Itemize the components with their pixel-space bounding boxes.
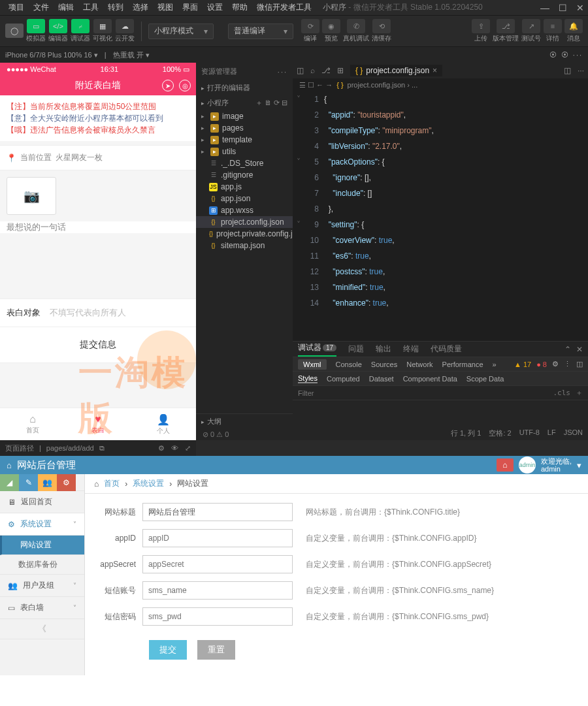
real-button[interactable]: ✆ — [347, 19, 365, 33]
tree-sitemap.json[interactable]: {}sitemap.json — [196, 240, 293, 251]
compile-button[interactable]: ⟳ — [301, 19, 319, 33]
eol[interactable]: LF — [547, 428, 556, 438]
devtool-Wxml[interactable]: Wxml — [298, 359, 327, 370]
message-field[interactable]: 最想说的一句话 — [0, 221, 196, 233]
collapse-icon[interactable]: ⌃ — [564, 345, 571, 354]
chevron-down-icon[interactable]: ▾ — [577, 460, 581, 470]
more-icon[interactable]: ··· — [578, 66, 584, 75]
layout-icon[interactable]: ◫ — [297, 66, 304, 75]
debug-tab-问题[interactable]: 问题 — [348, 344, 364, 355]
action-1[interactable]: ◢ — [0, 474, 19, 491]
eye-icon[interactable]: 👁 — [171, 444, 178, 453]
compile-select[interactable]: 普通编译 — [228, 24, 293, 39]
editor-tab[interactable]: { } project.config.json × — [350, 65, 442, 76]
target-icon[interactable]: ◎ — [179, 80, 191, 91]
menu-视图[interactable]: 视图 — [153, 2, 178, 13]
sidebar-users[interactable]: 👥用户及组˅ — [0, 575, 84, 597]
devtool-Sources[interactable]: Sources — [371, 361, 397, 368]
hot-reload[interactable]: 热重载 开 ▾ — [113, 50, 150, 60]
ext-icon[interactable]: ⊞ — [337, 66, 344, 75]
version-button[interactable]: ⎇ — [497, 19, 515, 33]
menu-转到[interactable]: 转到 — [103, 2, 128, 13]
more-icon[interactable]: ··· — [278, 68, 287, 76]
menu-帮助[interactable]: 帮助 — [227, 2, 252, 13]
tree-app.json[interactable]: {}app.json — [196, 193, 293, 204]
cursor-pos[interactable]: 行 1, 列 1 — [451, 428, 481, 438]
form-input-短信密码[interactable] — [142, 607, 293, 626]
upload-button[interactable]: ⇪ — [472, 19, 490, 33]
bookmark-icon[interactable]: ☰ ☐ ← → — [299, 81, 333, 89]
tree-app.wxss[interactable]: ⊞app.wxss — [196, 204, 293, 216]
err-count[interactable]: ● 8 — [536, 361, 547, 368]
form-input-短信账号[interactable] — [142, 581, 293, 600]
devtool-Performance[interactable]: Performance — [442, 361, 483, 368]
debug-tab-代码质量[interactable]: 代码质量 — [431, 344, 462, 355]
copy-icon[interactable]: ⧉ — [99, 444, 105, 453]
indent[interactable]: 空格: 2 — [489, 428, 511, 438]
close-icon[interactable]: ✕ — [576, 345, 583, 354]
device-select[interactable]: iPhone 6/7/8 Plus 100% 16 ▾ — [5, 51, 98, 59]
tree-utils[interactable]: ▸utils — [196, 146, 293, 157]
simulator-button[interactable]: ▭ — [27, 19, 45, 33]
close-tab-icon[interactable]: × — [433, 66, 437, 75]
menu-项目[interactable]: 项目 — [4, 2, 29, 13]
open-editors[interactable]: 打开的编辑器 — [196, 80, 293, 95]
gear-icon[interactable]: ⚙ — [158, 444, 165, 453]
avatar[interactable]: admin — [519, 457, 536, 473]
submit-button[interactable]: 提交 — [149, 640, 187, 660]
debugger-button[interactable]: ⌿ — [71, 19, 90, 33]
expand-icon[interactable]: ⤢ — [185, 444, 191, 453]
action-4[interactable]: ⚙ — [57, 474, 76, 491]
tree-image[interactable]: ▸image — [196, 110, 293, 122]
style-sub-Component Data[interactable]: Component Data — [403, 375, 457, 383]
menu-微信开发者工具[interactable]: 微信开发者工具 — [252, 2, 316, 13]
target-input[interactable]: 不填写代表向所有人 — [50, 307, 126, 319]
menu-界面[interactable]: 界面 — [178, 2, 203, 13]
outline[interactable]: 大纲 — [196, 414, 293, 429]
tree-.gitignore[interactable]: ☰.gitignore — [196, 169, 293, 181]
form-input-appSecret[interactable] — [142, 555, 293, 573]
menu-编辑[interactable]: 编辑 — [54, 2, 78, 13]
warn-count[interactable]: ▲ 17 — [514, 361, 531, 368]
branch-icon[interactable]: ⎇ — [321, 66, 331, 75]
form-input-appID[interactable] — [142, 529, 293, 547]
tree-project.private.config.js...[interactable]: {}project.private.config.js... — [196, 228, 293, 240]
tab-个人[interactable]: 👤个人 — [131, 408, 196, 440]
action-3[interactable]: 👥 — [38, 474, 57, 491]
test-button[interactable]: ↗ — [522, 19, 540, 33]
tab-首页[interactable]: ⌂首页 — [0, 408, 65, 440]
preview-button[interactable]: ◉ — [322, 19, 340, 33]
crumb-home[interactable]: 首页 — [104, 478, 120, 489]
send-icon[interactable]: ➤ — [162, 80, 174, 91]
sidebar-system[interactable]: ⚙系统设置˅ — [0, 513, 84, 536]
action-2[interactable]: ✎ — [19, 474, 38, 491]
debug-tab-终端[interactable]: 终端 — [403, 344, 419, 355]
style-sub-Styles[interactable]: Styles — [298, 374, 318, 383]
style-sub-Scope Data[interactable]: Scope Data — [466, 375, 504, 383]
tree-app.js[interactable]: JSapp.js — [196, 181, 293, 193]
gear-icon[interactable]: ⚙ — [552, 360, 559, 368]
sidebar-wall[interactable]: ▭表白墙˅ — [0, 597, 84, 619]
tree-._.DS_Store[interactable]: ☰._.DS_Store — [196, 157, 293, 169]
form-input-网站标题[interactable] — [142, 503, 293, 521]
menu-文件[interactable]: 文件 — [29, 2, 54, 13]
cls-toggle[interactable]: .cls — [553, 389, 571, 397]
filter-input[interactable]: Filter — [298, 389, 314, 397]
debug-tab-调试器[interactable]: 调试器17 — [298, 342, 336, 357]
menu-选择[interactable]: 选择 — [128, 2, 153, 13]
home-button[interactable]: ⌂ — [497, 458, 514, 472]
breadcrumb[interactable]: project.config.json › ... — [348, 81, 418, 89]
sidebar-db-backup[interactable]: 数据库备份 — [0, 555, 84, 575]
maximize-icon[interactable]: ☐ — [559, 3, 567, 13]
code-content[interactable]: { "appid": "touristappid", "compileType"… — [324, 91, 588, 341]
lang[interactable]: JSON — [564, 428, 583, 438]
visualize-button[interactable]: ▦ — [93, 19, 112, 33]
project-root[interactable]: 小程序＋ 🗎 ⟳ ⊟ — [196, 95, 293, 110]
encoding[interactable]: UTF-8 — [519, 428, 540, 438]
minimize-icon[interactable]: — — [540, 3, 549, 13]
sidebar-back[interactable]: 🖥返回首页 — [0, 491, 84, 513]
sidebar-site-settings[interactable]: 网站设置 — [0, 536, 84, 555]
style-sub-Computed[interactable]: Computed — [327, 375, 360, 383]
split-icon[interactable]: ◫ — [564, 66, 571, 75]
menu-设置[interactable]: 设置 — [203, 2, 227, 13]
